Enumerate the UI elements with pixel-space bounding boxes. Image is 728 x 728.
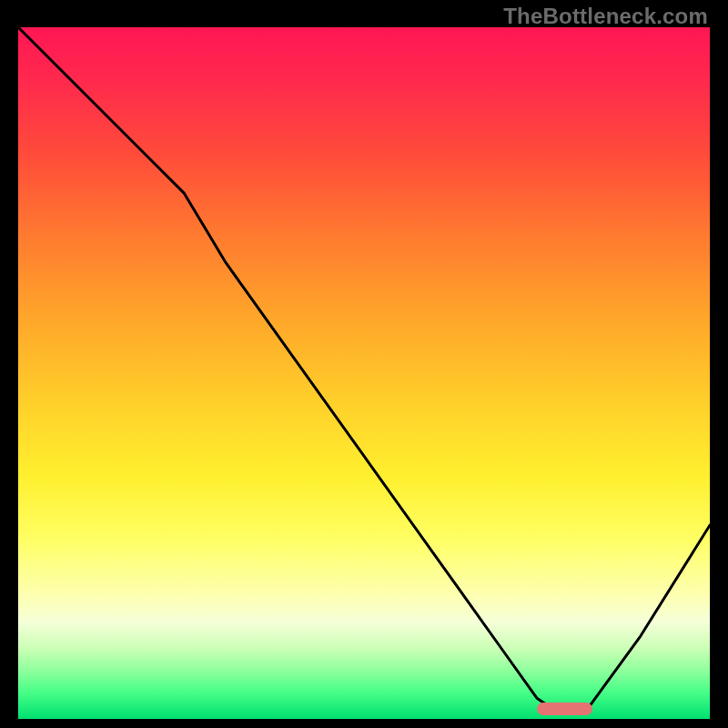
- bottleneck-curve: [18, 27, 710, 719]
- curve-path: [18, 27, 710, 712]
- watermark-text: TheBottleneck.com: [503, 4, 708, 29]
- chart-frame: [18, 27, 710, 719]
- optimal-zone-marker: [537, 703, 592, 715]
